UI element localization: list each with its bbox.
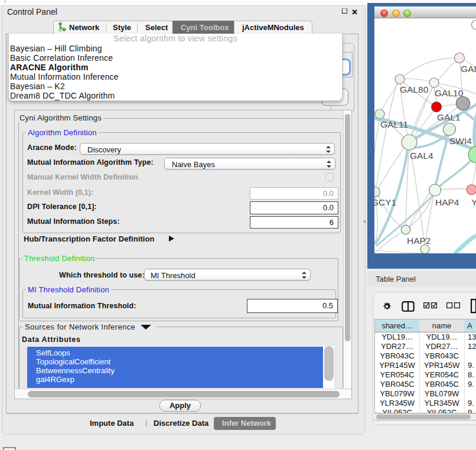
svg-text:GAL1: GAL1 <box>437 112 461 122</box>
svg-text:HAP2: HAP2 <box>407 236 431 246</box>
svg-text:GAL7: GAL7 <box>461 64 476 74</box>
svg-text:GAL4: GAL4 <box>410 151 433 161</box>
svg-text:GAL11: GAL11 <box>380 119 408 129</box>
svg-text:GAL10: GAL10 <box>435 88 464 98</box>
svg-text:Y: Y <box>471 197 476 207</box>
svg-text:GCY1: GCY1 <box>374 197 396 207</box>
svg-text:HAP4: HAP4 <box>435 197 459 207</box>
svg-text:SWI4: SWI4 <box>449 136 472 146</box>
svg-text:GAL80: GAL80 <box>400 84 429 94</box>
